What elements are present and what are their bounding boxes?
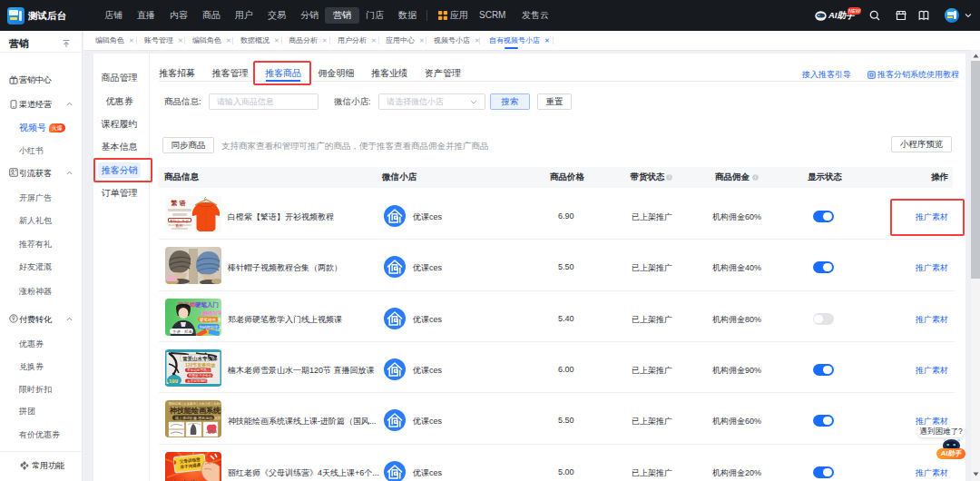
svg-text:神技能绘画系统课: 神技能绘画系统课 — [169, 406, 221, 415]
svg-text:扫码即刻学习: 扫码即刻学习 — [199, 325, 221, 329]
svg-text:小樱桃写字: 小樱桃写字 — [197, 310, 221, 317]
svg-text:硬笔入门: 硬笔入门 — [194, 301, 219, 309]
svg-text:i: i — [754, 174, 755, 180]
svg-text:120节直播回放: 120节直播回放 — [185, 362, 216, 368]
svg-text:零基础学国画山水: 零基础学国画山水 — [187, 368, 213, 372]
svg-text:主讲 · 郑老师: 主讲 · 郑老师 — [172, 329, 197, 334]
svg-text:i: i — [669, 174, 670, 180]
svg-text:构图皴法设色全讲: 构图皴法设色全讲 — [188, 373, 215, 378]
svg-text:199: 199 — [169, 378, 179, 384]
svg-text:雪景山水专项课: 雪景山水专项课 — [182, 355, 218, 362]
svg-text:限时特惠 | 众多案例 | 大师入驻 | 名师指导: 限时特惠 | 众多案例 | 大师入驻 | 名师指导 — [169, 401, 221, 406]
svg-text:直播回放随时看: 直播回放随时看 — [187, 378, 211, 383]
svg-text:硬笔楷书 系统课: 硬笔楷书 系统课 — [200, 317, 221, 323]
